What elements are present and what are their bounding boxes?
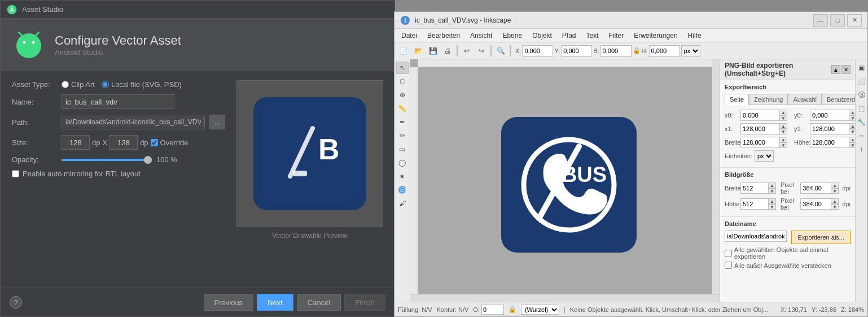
width-input[interactable] [62,135,90,150]
x1-input[interactable] [740,123,780,134]
rtl-checkbox[interactable] [12,170,19,177]
right-tool-5[interactable]: 🔧 [856,116,868,128]
close-button[interactable]: ✕ [847,14,862,27]
right-tool-1[interactable]: ▣ [856,62,868,74]
right-tool-6[interactable]: ↔ [856,129,868,142]
h-coord-input[interactable] [649,45,680,57]
zoom-in-btn[interactable]: 🔍 [494,44,507,58]
y1-input[interactable] [810,123,849,134]
pencil-tool[interactable]: ✏ [396,129,409,142]
y-coord-input[interactable] [561,45,592,57]
panel-close[interactable]: ✕ [841,65,851,74]
clip-art-radio[interactable] [62,81,69,88]
zoom-tool[interactable]: ⊕ [396,89,409,101]
layer-select[interactable]: (Wurzel) [521,305,559,315]
menu-ansicht[interactable]: Ansicht [466,31,497,41]
bild-breite-up[interactable]: ▲ [768,183,776,188]
menu-erweiterungen[interactable]: Erweiterungen [629,31,682,41]
dpi1-down[interactable]: ▼ [831,188,839,194]
x0-input[interactable] [740,110,780,121]
hoehe-input[interactable] [810,137,849,148]
minimize-button[interactable]: — [813,14,828,27]
y0-input[interactable] [810,110,849,121]
exportieren-button[interactable]: Exportieren als... [791,231,851,244]
dpi1-up[interactable]: ▲ [831,183,839,188]
clip-art-option[interactable]: Clip Art [62,80,95,89]
x0-down[interactable]: ▼ [779,115,787,121]
x0-up[interactable]: ▲ [779,110,787,115]
opacity-slider[interactable] [62,159,152,161]
browse-button[interactable]: ... [209,115,225,129]
print-btn[interactable]: 🖨 [441,44,454,58]
paint-tool[interactable]: 🖌 [396,197,409,210]
opacity-status-input[interactable] [481,305,504,315]
height-input[interactable] [109,135,138,150]
bild-hoehe-down[interactable]: ▼ [768,204,776,210]
local-file-option[interactable]: Local file (SVG, PSD) [102,80,182,89]
path-input[interactable] [62,115,205,129]
bild-breite-down[interactable]: ▼ [768,188,776,194]
maximize-button[interactable]: □ [830,14,845,27]
right-tool-3[interactable]: Ⓢ [856,89,868,101]
tab-zeichnung[interactable]: Zeichnung [749,94,788,105]
right-tool-4[interactable]: ⬚ [856,102,868,115]
menu-text[interactable]: Text [582,31,603,41]
bild-breite-input[interactable] [740,183,769,194]
x1-up[interactable]: ▲ [779,123,787,129]
canvas-area[interactable]: BUS [410,59,720,302]
breite-input[interactable] [740,137,780,148]
panel-minimize[interactable]: ▲ [831,65,840,74]
x1-spinner: ▲ ▼ [779,123,787,134]
breite-up[interactable]: ▲ [779,137,787,142]
menu-filter[interactable]: Filter [604,31,629,41]
bild-hoehe-up[interactable]: ▲ [768,198,776,204]
node-tool[interactable]: ⬡ [396,75,409,88]
select-tool[interactable]: ↖ [396,62,409,74]
override-checkbox[interactable] [151,139,158,146]
menu-objekt[interactable]: Objekt [528,31,556,41]
right-tool-2[interactable]: ⬜ [856,75,868,88]
dpi2-input[interactable] [800,198,831,210]
units-select[interactable]: px [681,45,700,57]
undo-btn[interactable]: ↩ [460,44,474,58]
vertical-scrollbar[interactable] [712,59,720,294]
bild-hoehe-input[interactable] [740,198,769,210]
help-button[interactable]: ? [10,296,22,309]
menu-datei[interactable]: Datei [397,31,422,41]
save-btn[interactable]: 💾 [426,44,440,58]
redo-btn[interactable]: ↪ [475,44,488,58]
dpi1-input[interactable] [800,183,831,194]
rect-tool[interactable]: ▭ [396,143,409,155]
breite-down[interactable]: ▼ [779,142,787,148]
spiral-tool[interactable]: 🌀 [396,184,409,196]
next-button[interactable]: Next [257,294,293,311]
menu-bearbeiten[interactable]: Bearbeiten [423,31,464,41]
tab-seite[interactable]: Seite [725,94,749,105]
previous-button[interactable]: Previous [204,294,254,311]
menu-ebene[interactable]: Ebene [498,31,527,41]
horizontal-scrollbar[interactable] [410,294,720,302]
verstecken-checkbox[interactable] [725,262,732,269]
circle-tool[interactable]: ◯ [396,157,409,169]
x-coord-input[interactable] [522,45,553,57]
pen-tool[interactable]: ✒ [396,116,409,128]
star-tool[interactable]: ★ [396,170,409,183]
dateiname-input[interactable] [725,231,787,242]
open-btn[interactable]: 📂 [411,44,425,58]
local-file-radio[interactable] [102,81,109,88]
measure-tool[interactable]: 📏 [396,102,409,115]
b-coord-input[interactable] [600,45,632,57]
dpi2-down[interactable]: ▼ [831,204,839,210]
tab-auswahl[interactable]: Auswahl [788,94,822,105]
name-input[interactable] [62,94,174,109]
cancel-button[interactable]: Cancel [297,294,341,311]
menu-hilfe[interactable]: Hilfe [683,31,706,41]
right-tool-7[interactable]: ↕ [856,143,868,155]
menu-pfad[interactable]: Pfad [558,31,581,41]
einheiten-select[interactable]: px [755,150,774,162]
finish-button[interactable]: Finish [344,294,385,311]
dpi2-up[interactable]: ▲ [831,198,839,204]
x1-down[interactable]: ▼ [779,129,787,134]
new-btn[interactable]: 📄 [397,44,410,58]
alle-exportieren-checkbox[interactable] [725,250,732,257]
